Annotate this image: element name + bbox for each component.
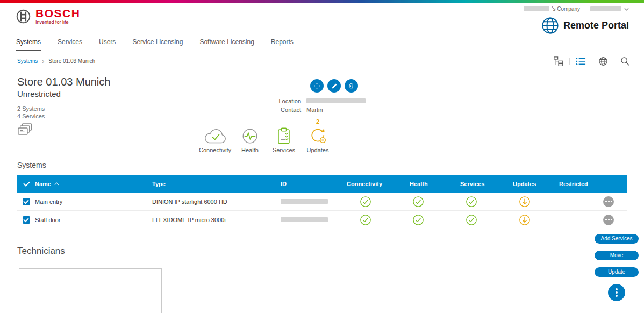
pencil-icon — [331, 83, 338, 89]
column-header-health[interactable]: Health — [410, 181, 460, 187]
column-label-type: Type — [152, 181, 166, 187]
tab-reports[interactable]: Reports — [271, 38, 294, 51]
updates-available-icon — [519, 214, 531, 226]
map-view-globe-icon[interactable] — [598, 56, 608, 66]
technicians-section: Technicians — [17, 246, 162, 313]
column-header-services[interactable]: Services — [460, 181, 513, 187]
table-row[interactable]: Staff door FLEXIDOME IP micro 3000i — [17, 211, 627, 229]
services-ok-icon — [466, 214, 477, 226]
column-label-updates: Updates — [513, 181, 536, 187]
system-name: Staff door — [35, 217, 152, 223]
contact-label: Contact — [267, 106, 301, 113]
system-group-icon — [18, 123, 32, 136]
tools-divider — [592, 58, 592, 65]
row-menu-button[interactable] — [603, 215, 614, 225]
breadcrumb-current: Store 01.03 Munich — [48, 58, 95, 64]
technician-card[interactable] — [19, 268, 162, 313]
tab-software-licensing[interactable]: Software Licensing — [199, 38, 254, 51]
status-label: Health — [241, 147, 259, 153]
column-header-name[interactable]: Name — [35, 181, 152, 187]
breadcrumb-bar: Systems Store 01.03 Munich — [0, 52, 644, 70]
bosch-logo-icon — [16, 9, 31, 24]
connectivity-cloud-icon — [203, 126, 227, 144]
table-row[interactable]: Main entry DINION IP starlight 6000 HD — [17, 193, 627, 211]
brand-text: BOSCH Invented for life — [35, 8, 80, 25]
group-summary: Store 01.03 Munich Unrestricted 2 System… — [17, 75, 110, 120]
updates-count-badge: 2 — [316, 118, 319, 126]
group-meta: Location Contact Martin — [267, 97, 366, 115]
status-label: Connectivity — [199, 147, 231, 153]
tab-users[interactable]: Users — [99, 38, 116, 51]
brand-tagline: Invented for life — [35, 19, 80, 25]
system-name: Main entry — [35, 198, 152, 205]
account-menu[interactable]: 's Company — [524, 6, 629, 12]
status-filter-health[interactable]: Health — [238, 118, 262, 153]
select-all-checkbox[interactable] — [23, 180, 31, 188]
row-checkbox[interactable] — [23, 198, 30, 205]
row-menu-button[interactable] — [603, 196, 614, 207]
health-pulse-icon — [242, 126, 258, 144]
account-divider — [585, 6, 585, 12]
view-tools — [554, 56, 630, 66]
bosch-logo[interactable]: BOSCH Invented for life — [16, 8, 80, 25]
status-filter-services[interactable]: Services — [270, 118, 298, 153]
systems-heading: Systems — [17, 161, 627, 169]
column-label-id: ID — [281, 181, 287, 187]
tab-services[interactable]: Services — [58, 38, 82, 51]
status-filter-updates[interactable]: 2 Updates — [303, 118, 333, 153]
tree-view-icon[interactable] — [554, 56, 563, 66]
services-count: 4 Services — [17, 112, 110, 120]
page-subtitle: Unrestricted — [17, 89, 110, 98]
location-label: Location — [267, 98, 301, 104]
services-ok-icon — [466, 196, 477, 208]
connectivity-ok-icon — [360, 196, 371, 208]
add-services-button[interactable]: Add Services — [595, 234, 639, 244]
updates-refresh-icon — [309, 126, 327, 144]
delete-button[interactable] — [345, 79, 358, 93]
list-view-icon[interactable] — [576, 57, 586, 66]
status-label: Services — [273, 147, 295, 153]
more-actions-button[interactable] — [608, 284, 625, 301]
column-header-id[interactable]: ID — [281, 181, 347, 187]
tools-divider — [614, 58, 614, 65]
table-header-row: Name Type ID Connectivity Health Service… — [17, 175, 627, 193]
tab-service-licensing[interactable]: Service Licensing — [132, 38, 183, 51]
row-checkbox[interactable] — [23, 216, 30, 224]
status-overview: Connectivity Health Services 2 — [197, 118, 333, 153]
main-nav: Systems Services Users Service Licensing… — [16, 38, 294, 51]
column-header-connectivity[interactable]: Connectivity — [347, 181, 410, 187]
search-icon[interactable] — [620, 56, 630, 66]
services-checklist-icon — [277, 126, 291, 144]
redacted-location-value — [306, 98, 366, 103]
vertical-ellipsis-icon — [616, 291, 618, 294]
column-header-restricted[interactable]: Restricted — [559, 181, 627, 187]
horizontal-ellipsis-icon — [608, 201, 610, 202]
systems-count: 2 Systems — [17, 105, 110, 112]
breadcrumb: Systems Store 01.03 Munich — [17, 58, 95, 64]
breadcrumb-systems-link[interactable]: Systems — [17, 58, 38, 64]
edit-button[interactable] — [327, 79, 341, 93]
contact-value: Martin — [306, 106, 323, 113]
connectivity-ok-icon — [360, 214, 371, 226]
column-label-services: Services — [460, 181, 484, 187]
update-button[interactable]: Update — [595, 267, 639, 277]
move-button[interactable]: Move — [595, 251, 639, 260]
globe-logo-icon — [541, 17, 559, 34]
systems-section: Systems Name Type ID Connectivity Health… — [17, 161, 627, 229]
column-header-updates[interactable]: Updates — [513, 181, 559, 187]
health-ok-icon — [412, 196, 424, 208]
column-label-name: Name — [35, 181, 51, 187]
status-filter-connectivity[interactable]: Connectivity — [197, 118, 233, 153]
portal-name: Remote Portal — [563, 20, 629, 31]
move-group-button[interactable] — [310, 79, 324, 93]
technicians-heading: Technicians — [17, 246, 162, 257]
column-header-type[interactable]: Type — [152, 181, 281, 187]
brand-name: BOSCH — [35, 8, 80, 19]
company-suffix: 's Company — [552, 6, 581, 12]
redacted-system-id — [281, 199, 328, 204]
breadcrumb-separator-icon — [42, 59, 44, 64]
column-label-health: Health — [410, 181, 428, 187]
tab-systems[interactable]: Systems — [16, 38, 41, 51]
redacted-user-name — [590, 6, 621, 11]
system-type: DINION IP starlight 6000 HD — [152, 198, 281, 205]
